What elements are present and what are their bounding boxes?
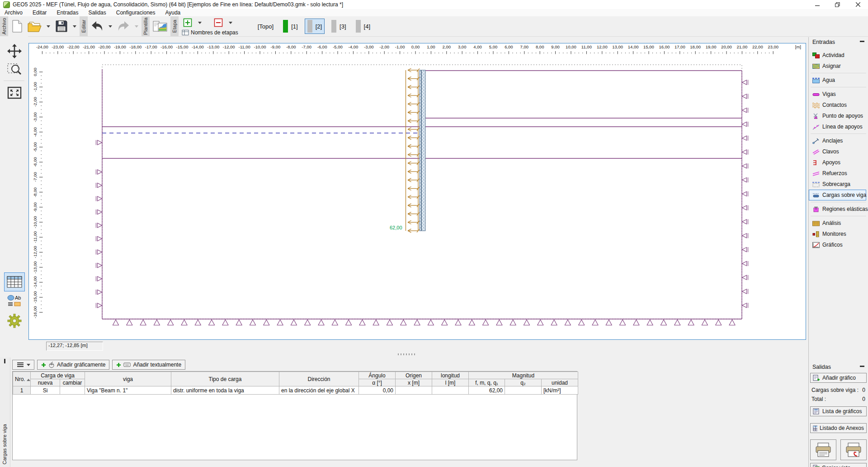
- toolbar-tab-editar[interactable]: Editar: [80, 16, 88, 36]
- menu-archivo[interactable]: Archivo: [5, 10, 23, 16]
- printer-icon: [814, 442, 832, 457]
- menu-editar[interactable]: Editar: [33, 10, 47, 16]
- sidebar-item-punto-de-apoyos[interactable]: Punto de apoyos: [809, 110, 866, 121]
- pan-tool-button[interactable]: [4, 42, 25, 61]
- sidebar-item-analisis[interactable]: Análisis: [809, 218, 866, 229]
- maximize-button[interactable]: [827, 0, 848, 9]
- zoom-window-button[interactable]: [4, 60, 25, 79]
- ruler-label: 10,00: [566, 44, 576, 49]
- table-cell: Si: [31, 386, 60, 395]
- sidebar-item-regiones-elasticas[interactable]: Regiones elásticas: [809, 204, 866, 214]
- ruler-label: -4,00: [33, 127, 38, 137]
- close-icon: [856, 2, 860, 7]
- menu-ayuda[interactable]: Ayuda: [165, 10, 180, 16]
- text-style-button[interactable]: Ab: [4, 291, 25, 310]
- undo-button[interactable]: [89, 19, 105, 33]
- table-view-button[interactable]: [4, 272, 25, 291]
- menu-configuraciones[interactable]: Configuraciones: [116, 10, 156, 16]
- right-boundary-supports: [742, 80, 748, 308]
- bottom-boundary-supports: [113, 320, 736, 325]
- ruler-label: -12,00: [223, 44, 235, 49]
- list-menu-button[interactable]: [12, 360, 34, 370]
- stage-button-3[interactable]: [3]: [329, 19, 349, 34]
- column-header-angulo: Ángulo: [359, 372, 396, 379]
- graph-list-button[interactable]: Lista de gráficos: [810, 406, 867, 416]
- add-stage-dropdown[interactable]: [196, 21, 203, 24]
- regiones-elasticas-icon: [812, 206, 820, 212]
- table-row[interactable]: 1SiViga "Beam n. 1"distr. uniforme en to…: [13, 386, 578, 395]
- remove-stage-button[interactable]: [212, 17, 224, 29]
- add-stage-button[interactable]: [182, 17, 193, 29]
- analisis-icon: [812, 220, 820, 226]
- annex-list-button[interactable]: Listado de Anexos: [810, 423, 867, 433]
- add-graph-button[interactable]: Añadir gráfico: [810, 373, 867, 383]
- ruler-label: -2,00: [379, 44, 389, 49]
- sidebar-item-apoyos[interactable]: Apoyos: [809, 157, 866, 168]
- menu-salidas[interactable]: Salidas: [88, 10, 106, 16]
- panel-tab-cargas-sobre-viga[interactable]: Cargas sobre viga: [0, 357, 10, 467]
- sidebar-group-separator: [811, 216, 866, 216]
- sidebar-item-anclajes[interactable]: Anclajes: [809, 135, 866, 146]
- stage-button-4[interactable]: [4]: [353, 19, 373, 34]
- template-preview-button[interactable]: [151, 18, 169, 34]
- sidebar-item-asignar[interactable]: Asignar: [809, 61, 866, 71]
- horizontal-splitter[interactable]: [0, 352, 808, 357]
- toolbar-tab-etapa[interactable]: Etapa: [170, 16, 179, 36]
- entradas-minimize-button[interactable]: [860, 41, 864, 42]
- settings-button[interactable]: [4, 311, 25, 330]
- stage-button-2[interactable]: [2]: [305, 19, 325, 34]
- sidebar-item-contactos[interactable]: Contactos: [809, 100, 866, 110]
- ruler-label: -5,00: [33, 142, 38, 152]
- drawing-canvas[interactable]: 62,00 -24,00-23,00-22,00-21,00-20,00-19,…: [28, 43, 806, 340]
- graph-list-icon: [813, 408, 820, 415]
- open-file-button[interactable]: [25, 18, 43, 34]
- ruler-label: -12,00: [33, 246, 38, 258]
- redo-dropdown[interactable]: [133, 25, 140, 28]
- sidebar-item-refuerzos[interactable]: Refuerzos: [809, 168, 866, 179]
- toolbar-tab-plantilla[interactable]: Plantilla: [142, 16, 150, 36]
- menu-entradas[interactable]: Entradas: [57, 10, 78, 16]
- add-graphically-button[interactable]: Añadir gráficamente: [37, 360, 109, 370]
- sidebar-item-agua[interactable]: Agua: [809, 75, 866, 86]
- contactos-icon: [812, 102, 820, 108]
- save-dropdown[interactable]: [71, 25, 78, 28]
- print-button[interactable]: [810, 439, 836, 460]
- svg-text:Ab: Ab: [15, 295, 21, 300]
- sidebar-item-cargas-sobre-viga[interactable]: Cargas sobre viga: [809, 190, 866, 200]
- print-export-button[interactable]: [840, 439, 867, 460]
- beam-wall[interactable]: [420, 70, 425, 231]
- ruler-label: -13,00: [33, 261, 38, 273]
- sidebar-item-actividad[interactable]: Actividad: [809, 50, 866, 61]
- redo-button[interactable]: [115, 19, 132, 33]
- add-textually-button[interactable]: Añadir textualmente: [112, 360, 185, 370]
- copy-view-button[interactable]: Copiar vista: [810, 463, 867, 467]
- salidas-minimize-button[interactable]: [860, 366, 864, 367]
- graficos-icon: [812, 242, 820, 248]
- stage-names-toggle[interactable]: Nombres de etapas: [182, 29, 238, 36]
- sidebar-item-monitores[interactable]: Monitores: [809, 229, 866, 239]
- remove-stage-dropdown[interactable]: [227, 21, 234, 24]
- sidebar-item-linea-de-apoyos[interactable]: Línea de apoyos: [809, 121, 866, 132]
- new-file-button[interactable]: [9, 18, 24, 34]
- column-header-nro[interactable]: Nro.: [13, 372, 31, 386]
- stage-button-topo[interactable]: [Topo]: [255, 22, 276, 31]
- undo-dropdown[interactable]: [107, 25, 114, 28]
- stage-button-1[interactable]: [1]: [280, 19, 300, 34]
- splitter-grip[interactable]: [398, 353, 416, 355]
- save-button[interactable]: [53, 18, 70, 34]
- sidebar-item-clavos[interactable]: Clavos: [809, 146, 866, 157]
- sidebar-item-graficos[interactable]: Gráficos: [809, 239, 866, 250]
- ruler-label: -22,00: [67, 44, 80, 49]
- open-dropdown[interactable]: [45, 25, 52, 28]
- refuerzos-icon: [812, 171, 820, 176]
- beam-loads-table: Nro.Carga de vigavigaTipo de cargaDirecc…: [13, 372, 578, 395]
- left-tool-column: Ab: [0, 36, 28, 357]
- fit-view-button[interactable]: [4, 83, 25, 102]
- sidebar-item-sobrecarga[interactable]: Sobrecarga: [809, 179, 866, 190]
- toolbar-tab-archivo[interactable]: Archivo: [0, 16, 8, 36]
- close-button[interactable]: [848, 0, 868, 9]
- sidebar-item-vigas[interactable]: Vigas: [809, 89, 866, 100]
- minimize-button[interactable]: [807, 0, 827, 9]
- panel-collapse-handle[interactable]: [4, 359, 5, 363]
- beam-load-arrows[interactable]: [406, 68, 420, 233]
